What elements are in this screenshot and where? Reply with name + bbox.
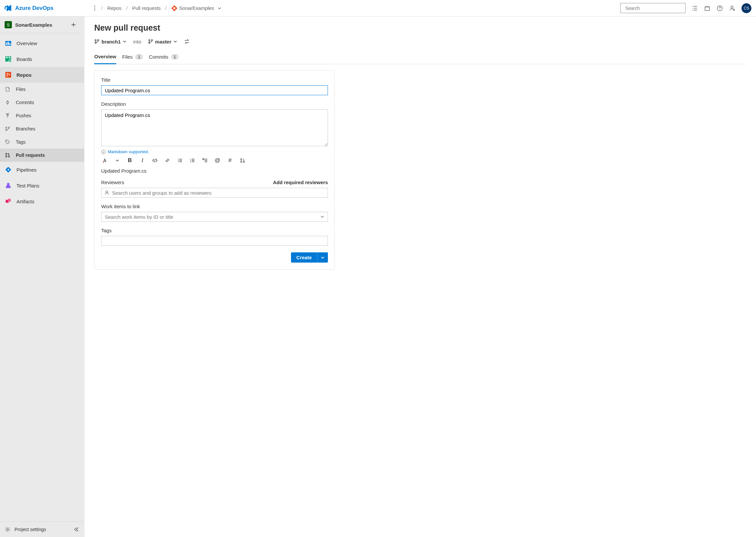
source-branch-selector[interactable]: branch1 (94, 39, 127, 45)
tags-label: Tags (101, 227, 328, 233)
chevron-down-icon (321, 256, 325, 260)
page-title: New pull request (94, 23, 746, 33)
numbered-list-icon[interactable]: 123 (189, 157, 196, 164)
branches-icon (5, 126, 11, 132)
target-branch-selector[interactable]: master (148, 39, 177, 45)
info-icon (101, 149, 106, 154)
project-header[interactable]: S SonarExamples (0, 17, 81, 33)
sidebar-item-label: Pipelines (17, 167, 37, 173)
help-icon[interactable] (716, 5, 723, 12)
checklist-icon[interactable] (201, 157, 209, 164)
tab-commits[interactable]: Commits 1 (149, 51, 179, 64)
description-input[interactable] (101, 109, 328, 146)
test-plans-icon (5, 182, 12, 189)
description-label: Description (101, 101, 328, 107)
sidebar-subitem-tags[interactable]: Tags (0, 135, 84, 148)
create-dropdown-button[interactable] (317, 252, 328, 263)
marketplace-icon[interactable] (704, 5, 710, 12)
work-items-input[interactable] (105, 214, 320, 220)
svg-point-21 (8, 127, 10, 128)
sidebar-item-repos[interactable]: Repos (0, 67, 84, 83)
breadcrumb-sep: / (101, 5, 103, 11)
title-input[interactable] (101, 85, 328, 95)
source-branch-label: branch1 (102, 39, 121, 45)
link-icon[interactable] (164, 157, 171, 164)
breadcrumb-repo[interactable]: SonarExamples (171, 5, 222, 11)
svg-point-23 (6, 153, 7, 154)
sidebar-subitem-pushes[interactable]: Pushes (0, 109, 84, 122)
code-icon[interactable] (151, 157, 158, 164)
svg-point-22 (6, 141, 7, 141)
sidebar-subitem-label: Tags (16, 139, 26, 145)
pull-requests-icon (5, 152, 11, 158)
topbar-left: Azure DevOps (5, 5, 53, 12)
collapse-icon[interactable] (73, 526, 79, 532)
sidebar-subitem-files[interactable]: Files (0, 83, 84, 96)
breadcrumb-repos[interactable]: Repos (107, 5, 121, 11)
person-icon (104, 190, 109, 195)
breadcrumb-sep: / (165, 5, 167, 11)
mention-icon[interactable]: @ (214, 157, 221, 164)
title-label: Title (101, 77, 328, 83)
reviewers-input[interactable] (112, 190, 325, 196)
sidebar-subitem-branches[interactable]: Branches (0, 122, 84, 135)
add-required-reviewers-link[interactable]: Add required reviewers (273, 180, 328, 185)
editor-toolbar: B I 123 @ # (101, 157, 328, 164)
sidebar-subitem-label: Files (16, 87, 26, 92)
svg-point-20 (6, 130, 7, 131)
reviewers-field[interactable] (101, 188, 328, 198)
sidebar-subitem-label: Pull requests (16, 152, 45, 158)
into-label: into (133, 39, 141, 45)
work-items-icon[interactable] (692, 5, 698, 12)
chevron-down-icon[interactable] (114, 157, 121, 164)
sidebar-item-artifacts[interactable]: Artifacts (0, 193, 84, 209)
work-items-field[interactable] (101, 212, 328, 222)
text-format-icon[interactable] (101, 157, 108, 164)
sidebar-item-label: Artifacts (17, 199, 34, 204)
breadcrumb-overflow-icon[interactable] (93, 6, 97, 11)
brand-label[interactable]: Azure DevOps (15, 5, 53, 12)
topbar: Azure DevOps / Repos / Pull requests / S… (0, 0, 756, 17)
sidebar-item-overview[interactable]: Overview (0, 35, 84, 51)
sidebar-subitem-commits[interactable]: Commits (0, 96, 84, 109)
svg-point-19 (6, 127, 7, 128)
tab-files[interactable]: Files 1 (122, 51, 143, 64)
main: New pull request branch1 into master Ove… (84, 17, 756, 537)
create-button[interactable]: Create (291, 252, 317, 263)
bold-icon[interactable]: B (126, 157, 134, 164)
sidebar-item-test-plans[interactable]: Test Plans (0, 178, 84, 193)
italic-icon[interactable]: I (139, 157, 146, 164)
svg-point-37 (178, 160, 179, 161)
search-box[interactable] (620, 3, 686, 13)
sidebar-item-label: Overview (17, 41, 37, 46)
svg-point-24 (6, 156, 7, 157)
hash-icon[interactable]: # (227, 157, 234, 164)
plus-icon[interactable] (71, 22, 76, 27)
sidebar-subitem-pull-requests[interactable]: Pull requests (0, 148, 84, 162)
swap-branches-icon[interactable] (184, 39, 190, 45)
branch-icon (148, 39, 153, 44)
tab-badge: 1 (135, 54, 143, 60)
svg-point-4 (731, 6, 733, 8)
repo-icon (171, 5, 177, 11)
sidebar-footer: Project settings (0, 521, 84, 537)
tab-overview[interactable]: Overview (94, 51, 116, 64)
tags-field[interactable] (101, 236, 328, 246)
bullet-list-icon[interactable] (176, 157, 184, 164)
sidebar-item-boards[interactable]: Boards (0, 51, 84, 67)
search-input[interactable] (625, 6, 683, 11)
svg-point-44 (240, 161, 242, 162)
azure-devops-logo-icon (5, 5, 12, 12)
user-settings-icon[interactable] (729, 5, 735, 12)
gear-icon[interactable] (5, 526, 11, 532)
sidebar-item-pipelines[interactable]: Pipelines (0, 162, 84, 178)
svg-rect-12 (9, 57, 11, 58)
tags-input[interactable] (105, 238, 324, 244)
breadcrumb-pull-requests[interactable]: Pull requests (132, 5, 161, 11)
pr-link-icon[interactable] (239, 157, 246, 164)
markdown-link[interactable]: Markdown supported. (108, 149, 149, 154)
branch-row: branch1 into master (94, 39, 746, 45)
avatar[interactable]: CS (741, 3, 751, 13)
form-card: Title Description Markdown supported. B … (94, 70, 335, 269)
project-settings-label[interactable]: Project settings (15, 527, 46, 532)
